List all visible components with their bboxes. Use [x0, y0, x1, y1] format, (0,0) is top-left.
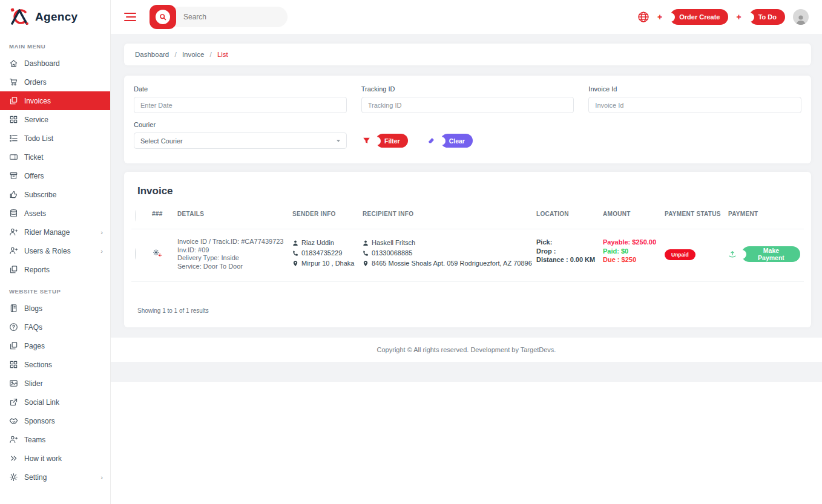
sidebar-item-reports[interactable]: Reports	[0, 260, 110, 279]
sidebar-item-label: Slider	[24, 379, 43, 388]
recipient-address: 8465 Mossie Shoals Apt. 059 Rodriguezfor…	[372, 258, 532, 269]
location-pin-icon	[363, 260, 369, 267]
filter-button[interactable]: Filter	[376, 134, 408, 148]
sidebar-item-teams[interactable]: Teams	[0, 430, 110, 449]
search-icon	[156, 10, 170, 24]
row-checkbox[interactable]	[135, 248, 136, 260]
column-recipient-info: RECIPIENT INFO	[363, 211, 536, 217]
sidebar-item-label: Orders	[24, 78, 47, 87]
sidebar-item-faqs[interactable]: FAQs	[0, 318, 110, 336]
user-avatar[interactable]	[793, 9, 809, 25]
sidebar-item-label: Assets	[24, 209, 46, 218]
chevrons-icon	[9, 454, 18, 463]
courier-select[interactable]: Select Courier	[134, 133, 347, 149]
sidebar-item-pages[interactable]: Pages	[0, 336, 110, 355]
chevron-right-icon: ›	[100, 247, 103, 255]
sidebar-item-label: Pages	[24, 342, 45, 350]
cart-icon	[9, 77, 18, 87]
sidebar-item-label: Todo List	[24, 134, 53, 143]
sidebar-item-how-it-work[interactable]: How it work	[0, 449, 110, 468]
sidebar-item-label: Dashboard	[24, 59, 60, 68]
sidebar-item-label: Social Link	[24, 398, 59, 407]
location-pin-icon	[292, 260, 298, 267]
grid-icon	[9, 115, 18, 124]
sidebar-item-label: FAQs	[24, 323, 42, 332]
sidebar-item-dashboard[interactable]: Dashboard	[0, 54, 110, 73]
courier-label: Courier	[134, 121, 347, 128]
search-button[interactable]	[150, 5, 176, 29]
user-icon	[9, 246, 18, 255]
invoice-icon	[9, 96, 18, 105]
row-actions-cell	[152, 249, 177, 260]
tracking-id-input[interactable]	[361, 97, 574, 113]
sidebar-item-service[interactable]: Service	[0, 110, 110, 129]
todo-plus-icon[interactable]: +	[736, 12, 741, 22]
column-details: DETAILS	[177, 211, 292, 217]
column-amount: AMOUNT	[603, 211, 665, 217]
order-create-plus-icon[interactable]: +	[657, 12, 662, 22]
footer-copyright: Copyright © All rights reserved. Develop…	[111, 338, 822, 362]
grid-icon	[9, 360, 18, 369]
image-icon	[9, 379, 18, 388]
breadcrumb-invoice[interactable]: Invoice	[182, 51, 204, 58]
clear-button[interactable]: Clear	[441, 134, 473, 148]
sidebar-item-blogs[interactable]: Blogs	[0, 299, 110, 318]
brand-logo[interactable]: Agency	[0, 0, 110, 34]
breadcrumb: Dashboard / Invoice / List	[124, 44, 811, 65]
sidebar-item-todo-list[interactable]: Todo List	[0, 129, 110, 148]
sidebar-item-assets[interactable]: Assets	[0, 204, 110, 223]
sidebar-item-label: Rider Manage	[24, 228, 70, 237]
sidebar-item-slider[interactable]: Slider	[0, 374, 110, 393]
invoice-title: Invoice	[137, 185, 804, 197]
sidebar-item-sponsors[interactable]: Sponsors	[0, 411, 110, 430]
search-bar	[150, 5, 288, 29]
sidebar-item-setting[interactable]: Setting›	[0, 468, 110, 486]
sidebar-item-label: Invoices	[24, 97, 51, 105]
select-all-checkbox[interactable]	[135, 210, 136, 221]
payment-status-badge: Unpaid	[665, 249, 695, 260]
order-create-button[interactable]: Order Create	[670, 9, 728, 25]
tracking-id-label: Tracking ID	[361, 85, 574, 93]
detail-delivery-type: Delivery Type: Inside	[177, 254, 292, 263]
sender-info-cell: Riaz Uddin 01834735229 Mirpur 10 , Dhaka	[292, 238, 363, 269]
clear-eraser-icon	[427, 137, 435, 145]
sidebar-item-sections[interactable]: Sections	[0, 355, 110, 374]
user-icon	[9, 227, 18, 237]
sidebar-item-invoices[interactable]: Invoices	[0, 91, 110, 110]
cogs-actions-icon[interactable]	[152, 249, 162, 258]
phone-icon	[292, 250, 298, 257]
location-drop: Drop :	[536, 247, 603, 256]
detail-track-id: Invoice ID / Track.ID: #CA77439723	[177, 238, 292, 246]
search-input[interactable]	[168, 7, 288, 27]
sidebar-item-rider-manage[interactable]: Rider Manage›	[0, 223, 110, 241]
make-payment-button[interactable]: Make Payment	[741, 246, 800, 262]
sidebar-item-subscribe[interactable]: Subscribe	[0, 185, 110, 204]
invoice-id-input[interactable]	[588, 97, 801, 113]
breadcrumb-dashboard[interactable]: Dashboard	[135, 51, 169, 58]
sidebar-item-orders[interactable]: Orders	[0, 73, 110, 91]
sidebar-section-title: MAIN MENU	[0, 34, 110, 54]
home-icon	[9, 59, 18, 68]
recipient-name: Haskell Fritsch	[372, 238, 415, 248]
language-globe-icon[interactable]	[637, 11, 649, 23]
user-icon	[9, 435, 18, 444]
invoice-table-header: ### DETAILS SENDER INFO RECIPIENT INFO L…	[131, 211, 804, 229]
breadcrumb-separator: /	[174, 51, 176, 58]
date-input[interactable]	[134, 97, 347, 113]
detail-inv-id: Inv.ID: #09	[177, 246, 292, 255]
sidebar-item-social-link[interactable]: Social Link	[0, 393, 110, 411]
amount-cell: Payable: $250.00 Paid: $0 Due : $250	[603, 238, 665, 264]
sidebar-item-label: Ticket	[24, 153, 44, 162]
todo-icon	[9, 134, 18, 143]
menu-toggle-icon[interactable]	[124, 13, 136, 21]
column-payment-status: PAYMENT STATUS	[665, 211, 728, 217]
date-label: Date	[134, 85, 347, 93]
sidebar-item-label: Setting	[24, 473, 47, 482]
sender-phone: 01834735229	[301, 248, 342, 258]
results-summary: Showing 1 to 1 of 1 results	[137, 307, 804, 314]
sidebar-item-ticket[interactable]: Ticket	[0, 148, 110, 166]
todo-button[interactable]: To Do	[749, 9, 785, 25]
sidebar-item-label: Sections	[24, 361, 52, 369]
sidebar-item-offers[interactable]: Offers	[0, 166, 110, 185]
sidebar-item-users-roles[interactable]: Users & Roles›	[0, 241, 110, 260]
